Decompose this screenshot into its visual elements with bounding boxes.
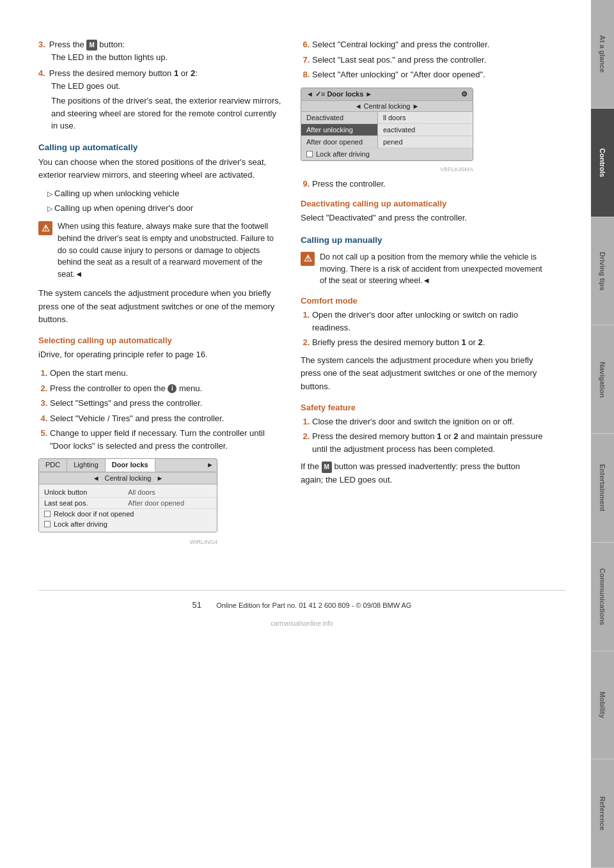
screen2-right-1: ll doors xyxy=(378,112,473,124)
footer-text: Online Edition for Part no. 01 41 2 600 … xyxy=(216,601,411,609)
tab-entertainment[interactable]: Entertainment xyxy=(591,434,614,543)
safety-steps: Close the driver's door and switch the i… xyxy=(301,415,544,456)
screen2-right-2: eactivated xyxy=(378,124,473,136)
screen1-row-2: Last seat pos. After door opened xyxy=(39,498,217,509)
footer-divider xyxy=(38,590,565,591)
screen2-after-unlocking[interactable]: After unlocking xyxy=(301,124,377,136)
screen1-cell-right-2: After door opened xyxy=(128,499,212,507)
screen2-sub-header: ◄ Central locking ► xyxy=(301,100,473,112)
tab-controls[interactable]: Controls xyxy=(591,109,614,217)
screen1-checkbox-icon-2[interactable] xyxy=(44,521,51,527)
screen2-after-door-opened[interactable]: After door opened xyxy=(301,136,377,148)
comfort-step-2: Briefly press the desired memory button … xyxy=(312,336,544,349)
side-tabs: At a glance Controls Driving tips Naviga… xyxy=(591,0,614,868)
step-1: Open the start menu. xyxy=(50,367,281,380)
warning-block-2: ⚠ Do not call up a position from the mem… xyxy=(301,251,544,287)
screen1-arrow: ► xyxy=(203,459,217,472)
safety-step-1: Close the driver's door and switch the i… xyxy=(312,415,544,428)
step4-detail: The positions of the driver's seat, the … xyxy=(38,95,281,132)
screen1-checkbox-2: Lock after driving xyxy=(39,519,217,529)
if-m-text: If the M button was pressed inadvertentl… xyxy=(301,460,544,487)
idrive-text: iDrive, for operating principle refer to… xyxy=(38,348,281,362)
right-column: Select "Central locking" and press the c… xyxy=(301,38,544,545)
selecting-heading: Selecting calling up automatically xyxy=(38,336,281,345)
screen2-header: ◄ ✓≡ Door locks ► ⚙ xyxy=(301,88,473,100)
screen1-cell-right-1: All doors xyxy=(128,488,212,496)
screen1-tab-pdc[interactable]: PDC xyxy=(39,459,67,472)
tab-at-a-glance[interactable]: At a glance xyxy=(591,0,614,109)
screen2-settings-icon: ⚙ xyxy=(461,90,468,98)
screen1-tab-doorlocks[interactable]: Door locks xyxy=(106,459,155,472)
step-9: Press the controller. xyxy=(312,178,544,190)
carmanuals-logo: carmanualsonline.info xyxy=(38,618,565,628)
bullet-1: Calling up when unlocking vehicle xyxy=(47,187,281,200)
right-steps-list: Select "Central locking" and press the c… xyxy=(301,38,544,81)
safety-feature-heading: Safety feature xyxy=(301,403,544,412)
main-content: 3. Press the M button: The LED in the bu… xyxy=(0,0,591,584)
screen2-checkbox: Lock after driving xyxy=(301,148,473,160)
screen1-tab-lighting[interactable]: Lighting xyxy=(67,459,106,472)
screen1-central-locking: Central locking xyxy=(100,474,157,482)
info-icon: i xyxy=(168,384,177,393)
page-number: 51 xyxy=(193,600,201,610)
screen2-right-3: pened xyxy=(378,136,473,148)
deactivating-heading: Deactivating calling up automatically xyxy=(301,199,544,208)
step4-sub: The LED goes out. xyxy=(38,80,281,93)
screen1-checkbox-label-2: Lock after driving xyxy=(54,520,107,528)
tab-navigation[interactable]: Navigation xyxy=(591,325,614,434)
step3-text: Press the M button: xyxy=(49,38,125,51)
step-8: Select "After unlocking" or "After door … xyxy=(312,68,544,81)
screen2-right: ll doors eactivated pened xyxy=(378,112,473,148)
screen1-body: Unlock button All doors Last seat pos. A… xyxy=(39,484,217,532)
step-4-inner: Select "Vehicle / Tires" and press the c… xyxy=(50,412,281,425)
calling-auto-text: You can choose when the stored positions… xyxy=(38,156,281,183)
screen1-cell-left-1: Unlock button xyxy=(44,488,128,496)
tab-communications[interactable]: Communications xyxy=(591,543,614,651)
calling-manually-heading: Calling up manually xyxy=(301,235,544,245)
screen1-cell-left-2: Last seat pos. xyxy=(44,499,128,507)
screen2-body: Deactivated After unlocking After door o… xyxy=(301,112,473,148)
warning-block-1: ⚠ When using this feature, always make s… xyxy=(38,221,281,281)
screen2-watermark: VBFLK45MA xyxy=(301,166,473,173)
comfort-mode-heading: Comfort mode xyxy=(301,296,544,306)
safety-step-2: Press the desired memory button 1 or 2 a… xyxy=(312,430,544,455)
step-7: Select "Last seat pos." and press the co… xyxy=(312,54,544,66)
warning-text-2: Do not call up a position from the memor… xyxy=(320,251,544,287)
comfort-steps: Open the driver's door after unlocking o… xyxy=(301,309,544,349)
screen1-tab-row: PDC Lighting Door locks ► xyxy=(39,459,217,472)
step-5-inner: Change to upper field if necessary. Turn… xyxy=(50,427,281,452)
system-cancels-text: The system cancels the adjustment proced… xyxy=(38,287,281,327)
step-3-inner: Select "Settings" and press the controll… xyxy=(50,397,281,410)
screen2-checkbox-icon[interactable] xyxy=(306,151,313,157)
m-button-icon-2: M xyxy=(322,461,332,473)
comfort-step-1: Open the driver's door after unlocking o… xyxy=(312,309,544,334)
screen-mockup-1: PDC Lighting Door locks ► ◄ Central lock… xyxy=(38,458,217,532)
screen1-watermark: WIRLING4 xyxy=(38,539,217,545)
tab-driving-tips[interactable]: Driving tips xyxy=(591,217,614,326)
step-2: Press the controller to open the i menu. xyxy=(50,382,281,395)
step-4: 4. Press the desired memory button 1 or … xyxy=(38,67,281,132)
warning-icon-2: ⚠ xyxy=(301,252,315,266)
screen1-sub-header: ◄ Central locking ► xyxy=(39,472,217,484)
comfort-system-text: The system cancels the adjustment proced… xyxy=(301,354,544,394)
page-footer: 51 Online Edition for Part no. 01 41 2 6… xyxy=(38,597,565,613)
step9-list: Press the controller. xyxy=(301,178,544,190)
steps-list: Open the start menu. Press the controlle… xyxy=(38,367,281,452)
bullet-2: Calling up when opening driver's door xyxy=(47,202,281,215)
warning-icon-1: ⚠ xyxy=(38,221,52,235)
deactivating-text: Select "Deactivated" and press the contr… xyxy=(301,212,544,225)
step4-number: 4. xyxy=(38,68,45,78)
step3-number: 3. xyxy=(38,40,45,49)
screen2-deactivated[interactable]: Deactivated xyxy=(301,112,377,124)
tab-mobility[interactable]: Mobility xyxy=(591,651,614,760)
step4-text: Press the desired memory button 1 or 2: xyxy=(49,67,198,80)
tab-reference[interactable]: Reference xyxy=(591,759,614,868)
screen1-checkbox-icon-1[interactable] xyxy=(44,511,51,517)
screen2-header-text: ◄ ✓≡ Door locks ► xyxy=(306,90,372,98)
screen-mockup-2: ◄ ✓≡ Door locks ► ⚙ ◄ Central locking ► … xyxy=(301,88,473,161)
screen2-left: Deactivated After unlocking After door o… xyxy=(301,112,378,148)
m-button-icon: M xyxy=(86,40,97,50)
screen2-checkbox-label: Lock after driving xyxy=(316,150,370,158)
left-column: 3. Press the M button: The LED in the bu… xyxy=(38,38,281,545)
step3-sub: The LED in the button lights up. xyxy=(38,51,281,64)
